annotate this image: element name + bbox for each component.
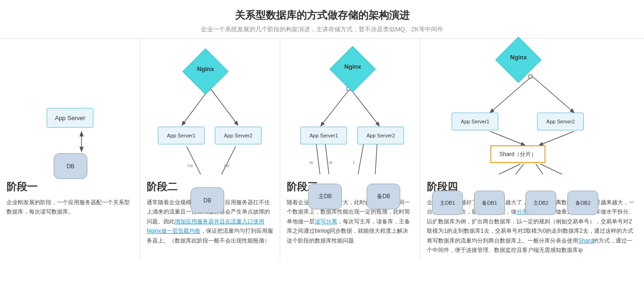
diagram-4: r w w r binlog binlog Nginx [420, 39, 644, 174]
svg-line-31 [541, 164, 597, 174]
diagram-1: App Server DB [0, 39, 140, 174]
node-appserver2-1: App Server1 [158, 127, 205, 144]
node-backupdb-3: 备DB [367, 184, 400, 209]
svg-line-25 [465, 164, 521, 174]
svg-line-14 [375, 144, 377, 174]
node-appserver-1: App Server [47, 108, 93, 128]
svg-line-24 [539, 131, 574, 145]
page-subtitle: 企业一个系统发展的几个阶段的构架演进，主讲存储方式，暂不涉及类似MQ、ZK等中间… [0, 25, 644, 34]
node-maindb-3: 主DB [308, 184, 342, 209]
svg-line-4 [217, 146, 236, 174]
node-appserver2-2: App Server2 [215, 127, 262, 144]
node-db-1: DB [54, 153, 87, 179]
svg-line-13 [357, 144, 363, 174]
stage-panel-2: rw rw Nginx App Server1 App Server2 DB 阶… [140, 39, 280, 260]
text-area-1: 阶段一 企业刚发展的阶段，一个应用服务器配一个关系型数据库，每次读写数据库。 [0, 174, 140, 260]
svg-line-2 [210, 88, 238, 125]
svg-line-20 [490, 76, 532, 113]
svg-line-29 [536, 164, 555, 174]
svg-line-3 [187, 146, 205, 174]
node-backupdb1: 备DB1 [474, 191, 505, 215]
node-maindb2: 主DB2 [525, 191, 556, 215]
svg-text:r: r [354, 159, 355, 165]
svg-text:w: w [309, 159, 313, 165]
svg-line-23 [490, 131, 525, 145]
stage-desc-1: 企业刚发展的阶段，一个应用服务器配一个关系型数据库，每次读写数据库。 [7, 198, 133, 217]
svg-line-27 [503, 164, 524, 174]
svg-line-11 [316, 144, 321, 174]
stage-panel-1: App Server DB 阶段一 企业刚发展的阶段，一个应用服务器配一个关系型… [0, 39, 140, 260]
node-backupdb2: 备DB2 [567, 191, 598, 215]
stage-panel-3: w w r binlog Nginx App Server1 App Serve… [280, 39, 420, 260]
stage-panel-4: r w w r binlog binlog Nginx [420, 39, 644, 260]
page-title: 关系型数据库的方式做存储的架构演进 [0, 0, 644, 25]
text-area-4: 阶段四 企业发展越来越好了，业务越来越大了，做了读写分离数据库压力还是越来越大，… [420, 174, 644, 260]
node-appserver3-2: App Server2 [357, 127, 404, 144]
node-appserver4-2: App Server2 [537, 113, 584, 130]
node-appserver3-1: App Server1 [300, 127, 347, 144]
stage-title-1: 阶段一 [7, 180, 133, 194]
svg-line-9 [350, 88, 380, 126]
node-appserver4-1: App Server1 [452, 113, 498, 130]
node-db-2: DB [191, 187, 224, 213]
diagram-3: w w r binlog Nginx App Server1 App Serve… [280, 39, 420, 174]
svg-text:w: w [328, 159, 333, 165]
node-maindb1: 主DB1 [432, 191, 463, 215]
svg-line-8 [321, 88, 350, 126]
svg-text:rw: rw [188, 163, 193, 168]
svg-line-21 [532, 76, 574, 113]
svg-text:rw: rw [224, 163, 230, 168]
node-shard: Shard（分片） [490, 145, 545, 163]
diagram-2: rw rw Nginx App Server1 App Server2 DB [140, 39, 280, 174]
svg-line-12 [326, 144, 330, 174]
